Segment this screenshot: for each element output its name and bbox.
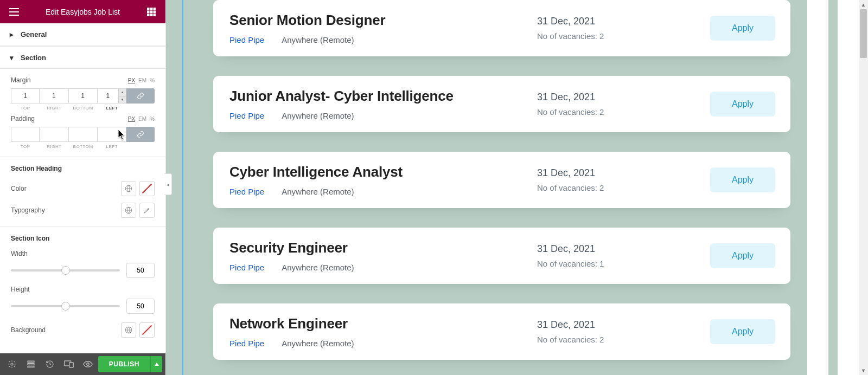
job-action: Apply	[710, 319, 775, 344]
section-general-label: General	[21, 30, 47, 38]
job-meta: 31 Dec, 2021No of vacancies: 2	[537, 16, 710, 41]
margin-link-button[interactable]	[126, 88, 155, 104]
unit-pct[interactable]: %	[150, 77, 155, 83]
job-company-link[interactable]: Pied Pipe	[229, 111, 264, 120]
scroll-up-button[interactable]: ▲	[859, 0, 868, 9]
scroll-track[interactable]	[859, 9, 868, 366]
job-company-link[interactable]: Pied Pipe	[229, 339, 264, 348]
icon-height-control: Height	[0, 283, 165, 319]
apps-button[interactable]	[141, 0, 162, 23]
job-action: Apply	[710, 243, 775, 268]
padding-top-sub: TOP	[21, 144, 30, 149]
margin-bottom-input[interactable]	[69, 88, 98, 104]
sidebar-header: Edit Easyjobs Job List	[0, 0, 165, 23]
margin-right-input[interactable]	[40, 88, 68, 104]
apply-button[interactable]: Apply	[710, 92, 775, 117]
preview-button[interactable]	[79, 353, 97, 375]
job-sub: Pied PipeAnywhere (Remote)	[229, 263, 537, 272]
navigator-button[interactable]	[22, 353, 40, 375]
unit-em[interactable]: EM	[138, 77, 146, 83]
apply-button[interactable]: Apply	[710, 167, 775, 192]
margin-left-spinner[interactable]: ▲▼	[118, 89, 126, 103]
unit-px[interactable]: PX	[128, 116, 135, 122]
margin-units: PX EM %	[128, 77, 155, 83]
padding-link-button[interactable]	[126, 127, 155, 142]
editor-sidebar: Edit Easyjobs Job List ▸ General ▾ Secti…	[0, 0, 166, 375]
job-location: Anywhere (Remote)	[282, 35, 354, 44]
job-company-link[interactable]: Pied Pipe	[229, 263, 264, 272]
history-button[interactable]	[41, 353, 59, 375]
job-date: 31 Dec, 2021	[537, 319, 710, 331]
padding-control: Padding PX EM % TOP RIGHT	[0, 111, 165, 149]
os-scrollbar[interactable]: ▲ ▼	[859, 0, 868, 375]
job-vacancies: No of vacancies: 2	[537, 183, 710, 192]
bg-swatch-button[interactable]	[139, 322, 155, 338]
section-section-toggle[interactable]: ▾ Section	[0, 46, 165, 69]
apply-button[interactable]: Apply	[710, 16, 775, 41]
unit-em[interactable]: EM	[138, 116, 146, 122]
svg-rect-14	[69, 363, 74, 367]
unit-pct[interactable]: %	[150, 116, 155, 122]
typography-edit-button[interactable]	[139, 203, 155, 218]
padding-right-input[interactable]	[40, 127, 68, 142]
icon-height-slider[interactable]	[11, 305, 120, 307]
unit-px[interactable]: PX	[128, 77, 135, 83]
global-color-button[interactable]	[121, 181, 136, 196]
svg-rect-8	[154, 14, 156, 16]
global-bg-button[interactable]	[121, 322, 136, 338]
margin-top-input[interactable]	[11, 88, 40, 104]
scroll-thumb[interactable]	[860, 9, 867, 58]
job-meta: 31 Dec, 2021No of vacancies: 2	[537, 319, 710, 344]
apply-button[interactable]: Apply	[710, 319, 775, 344]
preview-canvas: Senior Motion DesignerPied PipeAnywhere …	[166, 0, 838, 375]
margin-top-sub: TOP	[21, 106, 30, 111]
publish-button[interactable]: PUBLISH	[98, 356, 150, 372]
job-card: Network EngineerPied PipeAnywhere (Remot…	[213, 303, 790, 360]
section-heading-label: Section Heading	[0, 157, 165, 178]
section-section-label: Section	[21, 54, 46, 62]
padding-left-input[interactable]	[98, 127, 126, 142]
job-sub: Pied PipeAnywhere (Remote)	[229, 35, 537, 44]
svg-rect-2	[154, 8, 156, 10]
sidebar-scroll[interactable]: ▸ General ▾ Section Margin PX EM %	[0, 23, 165, 353]
apply-button[interactable]: Apply	[710, 243, 775, 268]
global-typo-button[interactable]	[121, 203, 136, 218]
color-swatch-button[interactable]	[139, 181, 155, 196]
svg-rect-4	[150, 11, 152, 13]
padding-top-input[interactable]	[11, 127, 40, 142]
padding-bottom-input[interactable]	[69, 127, 98, 142]
icon-width-slider[interactable]	[11, 269, 120, 271]
job-date: 31 Dec, 2021	[537, 167, 710, 179]
sidebar-title: Edit Easyjobs Job List	[46, 8, 120, 16]
icon-width-input[interactable]	[126, 263, 155, 278]
job-meta: 31 Dec, 2021No of vacancies: 2	[537, 167, 710, 192]
job-action: Apply	[710, 167, 775, 192]
job-location: Anywhere (Remote)	[282, 187, 354, 196]
settings-button[interactable]	[3, 353, 21, 375]
icon-height-input[interactable]	[126, 299, 155, 314]
job-location: Anywhere (Remote)	[282, 111, 354, 120]
scroll-down-button[interactable]: ▼	[859, 366, 868, 375]
svg-rect-1	[150, 8, 152, 10]
margin-left-sub: LEFT	[106, 106, 118, 111]
heading-color-label: Color	[11, 185, 27, 192]
icon-width-handle[interactable]	[61, 266, 70, 275]
icon-background-label: Background	[11, 326, 46, 334]
publish-more-button[interactable]	[150, 356, 162, 372]
icon-height-handle[interactable]	[61, 302, 70, 311]
browser-edge	[807, 0, 828, 375]
sidebar-collapse-handle[interactable]: ◂	[164, 173, 172, 195]
icon-background-row: Background	[0, 319, 165, 346]
padding-left-sub: LEFT	[106, 144, 118, 149]
svg-rect-3	[147, 11, 149, 13]
heading-typo-label: Typography	[11, 206, 45, 214]
job-company-link[interactable]: Pied Pipe	[229, 35, 264, 44]
job-company-link[interactable]: Pied Pipe	[229, 187, 264, 196]
job-card: Senior Motion DesignerPied PipeAnywhere …	[213, 0, 790, 56]
menu-button[interactable]	[3, 0, 25, 23]
section-general-toggle[interactable]: ▸ General	[0, 23, 165, 46]
responsive-button[interactable]	[60, 353, 78, 375]
heading-color-row: Color	[0, 178, 165, 199]
job-list: Senior Motion DesignerPied PipeAnywhere …	[213, 0, 790, 375]
svg-rect-5	[154, 11, 156, 13]
